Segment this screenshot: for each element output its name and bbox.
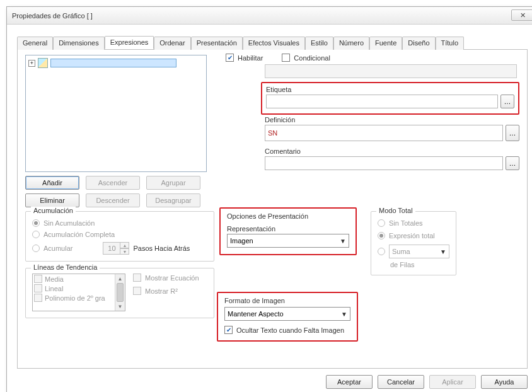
scroll-down-icon[interactable]: ▼ — [115, 302, 125, 311]
steps-value: 10 — [103, 242, 120, 255]
conditional-label: Condicional — [294, 54, 330, 62]
apply-button: Aplicar — [429, 375, 476, 389]
tab-estilo[interactable]: Estilo — [305, 37, 333, 50]
show-r2-label: Mostrar R² — [145, 287, 178, 295]
radio-expr-total-label: Expresión total — [389, 232, 435, 239]
imgformat-combo[interactable]: Mantener Aspecto ▼ — [224, 307, 350, 321]
definicion-more-button[interactable]: … — [506, 125, 519, 141]
tab-dimensiones[interactable]: Dimensiones — [53, 37, 105, 50]
tree-row[interactable]: + — [28, 58, 204, 68]
steps-spinner: 10 ▲▼ — [103, 242, 129, 255]
check-icon — [34, 294, 42, 302]
expression-tree[interactable]: + — [25, 55, 207, 172]
list-item: Lineal — [33, 284, 125, 293]
ungroup-button: Desagrupar — [146, 193, 200, 207]
add-button[interactable]: Añadir — [25, 176, 79, 190]
radio-no-accum-label: Sin Acumulación — [43, 219, 95, 227]
titlebar: Propiedades de Gráfico [ ] ✕ — [7, 7, 532, 25]
tab-presentacion[interactable]: Presentación — [191, 37, 243, 50]
total-mode-title: Modo Total — [376, 207, 415, 214]
accumulation-title: Acumulación — [31, 207, 76, 214]
list-item: Media — [33, 274, 125, 284]
radio-no-accum — [32, 219, 40, 227]
total-func-value: Suma — [392, 248, 410, 255]
presentation-highlight: Opciones de Presentación Representación … — [219, 207, 357, 255]
check-icon — [34, 275, 42, 283]
etiqueta-highlight: Etiqueta … — [261, 82, 519, 115]
spin-up-icon: ▲ — [120, 242, 129, 248]
radio-no-totals — [378, 219, 385, 227]
hide-text-check[interactable]: ✔ — [224, 326, 233, 334]
content: General Dimensiones Expresiones Ordenar … — [7, 25, 532, 392]
representation-label: Representación — [227, 225, 349, 233]
tab-fuente[interactable]: Fuente — [369, 37, 402, 50]
radio-part-accum-label: Acumular — [43, 245, 72, 252]
comentario-input[interactable] — [265, 156, 503, 170]
close-icon: ✕ — [520, 11, 526, 20]
rows-label: de Filas — [390, 261, 449, 268]
comentario-label: Comentario — [265, 147, 519, 155]
imgformat-value: Mantener Aspecto — [228, 310, 284, 318]
ascend-button: Ascender — [86, 176, 140, 190]
radio-sum-rows — [378, 248, 385, 255]
cancel-button[interactable]: Cancelar — [378, 375, 424, 389]
conditional-check[interactable] — [282, 54, 290, 62]
steps-back-label: Pasos Hacia Atrás — [133, 245, 190, 252]
trendlines-title: Líneas de Tendencia — [31, 263, 100, 271]
enable-label: Habilitar — [238, 54, 263, 62]
scroll-thumb[interactable] — [117, 283, 124, 302]
window-title: Propiedades de Gráfico [ ] — [12, 12, 93, 20]
tab-pane: + Añadir Ascender Agrupar Eliminar Desce… — [17, 50, 528, 369]
definicion-label: Definición — [265, 116, 519, 124]
representation-combo[interactable]: Imagen ▼ — [227, 234, 349, 248]
accumulation-group: Acumulación Sin Acumulación Acumulación … — [25, 211, 214, 262]
scroll-up-icon[interactable]: ▲ — [115, 274, 125, 283]
radio-expr-total — [378, 232, 385, 239]
tab-ordenar[interactable]: Ordenar — [154, 37, 190, 50]
spin-down-icon: ▼ — [120, 248, 129, 255]
representation-value: Imagen — [230, 237, 253, 245]
comentario-more-button[interactable]: … — [506, 156, 519, 170]
radio-full-accum — [32, 231, 40, 238]
scrollbar[interactable]: ▲▼ — [115, 274, 125, 311]
group-button: Agrupar — [146, 176, 200, 190]
show-eq-label: Mostrar Ecuación — [145, 274, 199, 282]
check-icon — [34, 284, 42, 292]
hide-text-label: Ocultar Texto cuando Falta Imagen — [236, 326, 344, 334]
etiqueta-label: Etiqueta — [266, 86, 514, 93]
descend-button: Descender — [86, 193, 140, 207]
etiqueta-more-button[interactable]: … — [500, 95, 514, 108]
trend-list: Media Lineal Polinomio de 2º gra ▲▼ — [32, 274, 125, 311]
ok-button[interactable]: Aceptar — [326, 375, 373, 389]
radio-full-accum-label: Acumulación Completa — [43, 231, 115, 238]
tab-expresiones[interactable]: Expresiones — [105, 36, 154, 49]
radio-no-totals-label: Sin Totales — [389, 219, 423, 227]
dialog-footer: Aceptar Cancelar Aplicar Ayuda — [326, 375, 528, 389]
imgformat-highlight: Formato de Imagen Mantener Aspecto ▼ ✔ O… — [217, 292, 358, 342]
tab-strip: General Dimensiones Expresiones Ordenar … — [17, 36, 528, 50]
tab-titulo[interactable]: Título — [436, 37, 465, 50]
help-button[interactable]: Ayuda — [481, 375, 528, 389]
definicion-input[interactable]: SN — [265, 125, 503, 141]
delete-button[interactable]: Eliminar — [25, 193, 79, 207]
list-item: Polinomio de 2º gra — [33, 293, 125, 303]
close-button[interactable]: ✕ — [511, 9, 532, 21]
trendlines-group: Líneas de Tendencia Media Lineal Polinom… — [25, 268, 214, 318]
image-icon — [38, 58, 48, 68]
chevron-down-icon: ▼ — [440, 248, 446, 255]
chevron-down-icon: ▼ — [341, 311, 347, 318]
show-r2-check — [133, 287, 141, 295]
presentation-title: Opciones de Presentación — [227, 212, 349, 220]
enable-check[interactable]: ✔ — [226, 54, 234, 62]
total-mode-group: Modo Total Sin Totales Expresión total S… — [371, 211, 456, 275]
tab-general[interactable]: General — [17, 37, 53, 50]
tab-efectos[interactable]: Efectos Visuales — [243, 37, 305, 50]
imgformat-title: Formato de Imagen — [224, 297, 350, 304]
tab-diseno[interactable]: Diseño — [402, 37, 435, 50]
conditional-input — [265, 64, 517, 78]
chevron-down-icon: ▼ — [340, 238, 346, 245]
tab-numero[interactable]: Número — [333, 37, 369, 50]
selected-expression[interactable] — [50, 59, 176, 67]
etiqueta-input[interactable] — [266, 95, 498, 108]
expand-icon[interactable]: + — [28, 60, 35, 67]
